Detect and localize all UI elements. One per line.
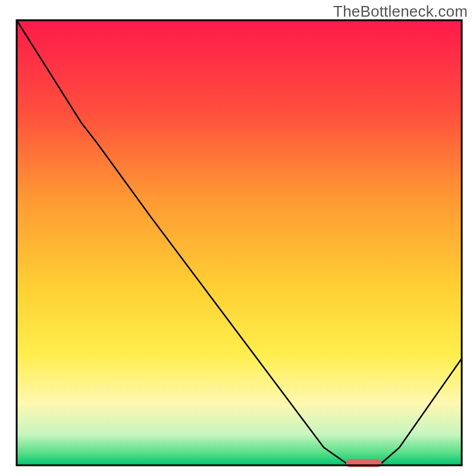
chart-container: TheBottleneck.com: [0, 0, 476, 476]
watermark-text: TheBottleneck.com: [333, 2, 468, 21]
bottleneck-chart: [0, 0, 476, 476]
chart-background: [17, 20, 462, 465]
